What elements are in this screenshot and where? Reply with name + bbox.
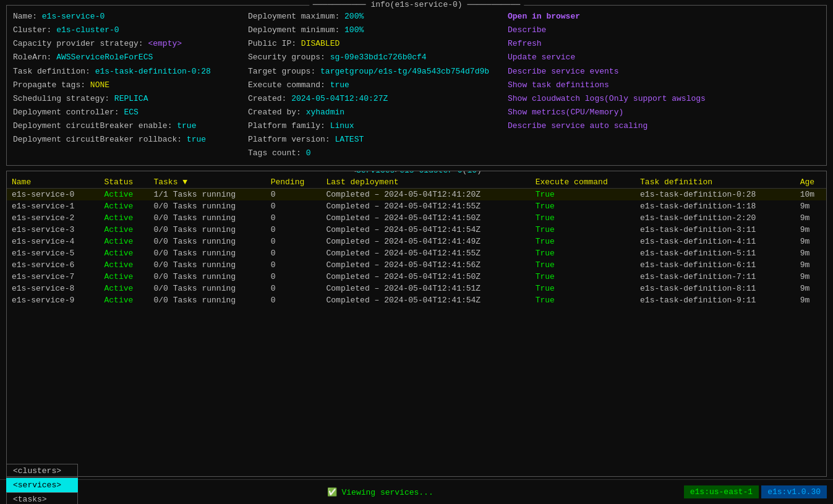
shortcut-label: Show metrics(CPU/Memory) [508, 108, 623, 117]
platformversion-value: LATEST [335, 135, 364, 144]
deployment-time: – 2024-05-04T12:41:50Z [370, 272, 481, 281]
deployment-status: Completed [327, 249, 370, 258]
propagate-value: NONE [90, 80, 109, 90]
service-deployment: Completed – 2024-05-04T12:41:49Z [322, 236, 531, 247]
deployment-time: – 2024-05-04T12:41:49Z [370, 237, 481, 246]
info-platformversion-row: Platform version: LATEST [248, 134, 508, 146]
service-task-def: e1s-task-definition-7:11 [635, 271, 795, 283]
cbenable-value: true [177, 121, 196, 130]
info-rolearn-row: RoleArn: AWSServiceRoleForECS [13, 51, 248, 64]
shortcut-label: Refresh [508, 39, 542, 48]
deployment-status: Completed [327, 272, 370, 281]
shortcut-label: Describe service auto scaling [508, 121, 647, 130]
bottom-bar: <clusters><services><tasks><containers> … [0, 479, 833, 504]
info-cluster-row: Cluster: e1s-cluster-0 [13, 24, 248, 36]
service-status: Active [99, 271, 148, 283]
table-row[interactable]: e1s-service-5Active0/0 Tasks running0Com… [7, 247, 826, 259]
services-table: NameStatusTasks ▼PendingLast deploymentE… [7, 176, 826, 306]
main-container: ─────────── info(e1s-service-0) ────────… [0, 0, 833, 504]
info-name-row: Name: e1s-service-0 [13, 11, 248, 23]
service-age: 9m [795, 259, 826, 271]
deployment-status: Completed [327, 190, 370, 199]
service-pending: 0 [266, 271, 322, 283]
scheduling-value: REPLICA [114, 94, 148, 103]
deployment-time: – 2024-05-04T12:41:55Z [370, 249, 481, 258]
service-pending: 0 [266, 236, 322, 247]
shortcut-row: Describe service auto scaling [508, 120, 820, 132]
platformfamily-label: Platform family: [248, 121, 330, 130]
service-exec-cmd: True [531, 271, 635, 283]
table-row[interactable]: e1s-service-8Active0/0 Tasks running0Com… [7, 283, 826, 294]
service-tasks: 0/0 Tasks running [148, 283, 265, 294]
region-badge: e1s:us-east-1 [684, 485, 759, 498]
service-exec-cmd: True [531, 294, 635, 306]
services-panel-title: ─── <Services>e1s-cluster-0(10) ─── [328, 171, 505, 175]
table-row[interactable]: e1s-service-1Active0/0 Tasks running0Com… [7, 200, 826, 212]
table-row[interactable]: e1s-service-9Active0/0 Tasks running0Com… [7, 294, 826, 306]
cbrollback-label: Deployment circuitBreaker rollback: [13, 135, 187, 144]
shortcut-label: Describe [508, 25, 546, 35]
service-status: Active [99, 212, 148, 224]
service-exec-cmd: True [531, 200, 635, 212]
service-age: 9m [795, 236, 826, 247]
service-name: e1s-service-7 [7, 271, 99, 283]
service-name: e1s-service-1 [7, 200, 99, 212]
table-row[interactable]: e1s-service-6Active0/0 Tasks running0Com… [7, 259, 826, 271]
info-publicip-row: Public IP: DISABLED [248, 38, 508, 50]
service-status: Active [99, 236, 148, 247]
deployment-status: Completed [327, 202, 370, 211]
depmin-value: 100% [344, 25, 364, 35]
info-cbrollback-row: Deployment circuitBreaker rollback: true [13, 134, 248, 146]
table-row[interactable]: e1s-service-2Active0/0 Tasks running0Com… [7, 212, 826, 224]
info-depmin-row: Deployment minimum: 100% [248, 24, 508, 36]
tagscount-label: Tags count: [248, 148, 306, 158]
service-tasks: 0/0 Tasks running [148, 271, 265, 283]
service-task-def: e1s-task-definition-3:11 [635, 224, 795, 236]
service-task-def: e1s-task-definition-1:18 [635, 200, 795, 212]
service-task-def: e1s-task-definition-6:11 [635, 259, 795, 271]
table-header-cell: Tasks ▼ [148, 176, 265, 189]
tab-tasks[interactable]: <tasks> [6, 492, 78, 505]
service-deployment: Completed – 2024-05-04T12:41:51Z [322, 283, 531, 294]
info-execcmd-row: Execute command: true [248, 79, 508, 92]
service-deployment: Completed – 2024-05-04T12:41:54Z [322, 224, 531, 236]
table-header-cell: Name [7, 176, 99, 189]
service-name: e1s-service-9 [7, 294, 99, 306]
info-targetgroups-row: Target groups: targetgroup/e1s-tg/49a543… [248, 66, 508, 78]
tab-services[interactable]: <services> [6, 478, 78, 492]
shortcut-row: Show metrics(CPU/Memory) [508, 106, 820, 119]
deployment-status: Completed [327, 237, 370, 246]
table-row[interactable]: e1s-service-0Active1/1 Tasks running0Com… [7, 188, 826, 200]
info-createdby-row: Created by: xyhadmin [248, 106, 508, 119]
service-tasks: 0/0 Tasks running [148, 294, 265, 306]
service-task-def: e1s-task-definition-2:20 [635, 212, 795, 224]
service-age: 10m [795, 188, 826, 200]
service-deployment: Completed – 2024-05-04T12:41:50Z [322, 212, 531, 224]
createdby-value: xyhadmin [306, 108, 344, 117]
service-tasks: 1/1 Tasks running [148, 188, 265, 200]
service-name: e1s-service-0 [7, 188, 99, 200]
table-row[interactable]: e1s-service-4Active0/0 Tasks running0Com… [7, 236, 826, 247]
table-row[interactable]: e1s-service-3Active0/0 Tasks running0Com… [7, 224, 826, 236]
table-row[interactable]: e1s-service-7Active0/0 Tasks running0Com… [7, 271, 826, 283]
service-name: e1s-service-3 [7, 224, 99, 236]
shortcut-label: Show task definitions [508, 80, 609, 90]
service-exec-cmd: True [531, 188, 635, 200]
services-panel: ─── <Services>e1s-cluster-0(10) ─── Name… [6, 171, 827, 477]
service-exec-cmd: True [531, 224, 635, 236]
created-label: Created: [248, 94, 291, 103]
table-header-cell: Pending [266, 176, 322, 189]
depmax-value: 200% [344, 12, 364, 21]
table-header-cell: Last deployment [322, 176, 531, 189]
deployment-status: Completed [327, 284, 370, 293]
service-age: 9m [795, 294, 826, 306]
info-depctrl-row: Deployment controller: ECS [13, 106, 248, 119]
table-header-cell: Execute command [531, 176, 635, 189]
deployment-time: – 2024-05-04T12:41:50Z [370, 213, 481, 223]
service-pending: 0 [266, 283, 322, 294]
info-platformfamily-row: Platform family: Linux [248, 120, 508, 132]
service-task-def: e1s-task-definition-8:11 [635, 283, 795, 294]
deployment-status: Completed [327, 260, 370, 270]
shortcut-row: Update service [508, 51, 820, 64]
service-name: e1s-service-6 [7, 259, 99, 271]
